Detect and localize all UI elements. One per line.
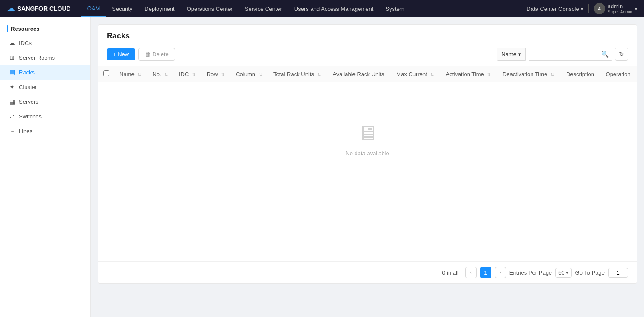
sidebar-item-racks[interactable]: ▤ Racks (0, 65, 90, 80)
content-card: Racks + New 🗑 Delete Name ▾ 🔍 (98, 24, 637, 284)
sidebar-section-title: Resources (0, 22, 90, 35)
pagination-next[interactable]: › (495, 267, 506, 278)
col-available-rack-units[interactable]: Available Rack Units (327, 66, 391, 82)
search-field-arrow-icon: ▾ (518, 51, 521, 58)
datacenter-label: Data Center Console (526, 6, 579, 12)
sidebar-item-server-rooms[interactable]: ⊞ Server Rooms (0, 50, 90, 65)
col-name[interactable]: Name ⇅ (114, 66, 147, 82)
main-content: Racks + New 🗑 Delete Name ▾ 🔍 (91, 17, 644, 317)
user-name: admin (608, 3, 632, 10)
search-button[interactable]: 🔍 (598, 51, 612, 58)
racks-icon: ▤ (9, 69, 16, 76)
delete-label: Delete (152, 51, 169, 58)
nav-menu: O&MSecurityDeploymentOperations CenterSe… (81, 0, 527, 17)
sidebar-item-label: Lines (19, 128, 32, 134)
table-body: 🖥 No data available (98, 82, 637, 196)
delete-button[interactable]: 🗑 Delete (138, 48, 175, 61)
goto-input[interactable] (608, 268, 628, 278)
entries-arrow-icon: ▾ (566, 269, 569, 276)
empty-text: No data available (346, 150, 389, 157)
sidebar-item-label: Switches (19, 113, 42, 120)
toolbar: + New 🗑 Delete Name ▾ 🔍 ↻ (98, 48, 637, 66)
nav-item-service-center[interactable]: Service Center (239, 0, 288, 17)
page-title: Racks (107, 32, 628, 41)
goto-label: Go To Page (575, 269, 605, 276)
sidebar-section-label: Resources (11, 26, 39, 32)
user-role: Super Admin (608, 10, 632, 14)
nav-item-security[interactable]: Security (106, 0, 138, 17)
cloud-icon: ☁ (7, 4, 15, 13)
sidebar-item-label: Cluster (19, 84, 37, 90)
sidebar-item-label: Racks (19, 69, 35, 76)
col-operation: Operation (601, 66, 637, 82)
datacenter-arrow-icon: ▾ (581, 6, 583, 11)
table-header-row: Name ⇅ No. ⇅ IDC ⇅ Row ⇅ Column ⇅ Total … (98, 66, 637, 82)
pagination: 0 in all ‹ 1 › Entries Per Page 50 ▾ Go … (98, 261, 637, 283)
sidebar-item-servers[interactable]: ▦ Servers (0, 94, 90, 109)
servers-icon: ▦ (9, 98, 16, 105)
lines-icon: ⌁ (9, 128, 16, 134)
nav-item-system[interactable]: System (379, 0, 410, 17)
nav-divider (588, 4, 589, 13)
nav-item-operations-center[interactable]: Operations Center (181, 0, 239, 17)
idcs-icon: ☁ (9, 39, 16, 46)
search-field-selector[interactable]: Name ▾ (497, 48, 526, 61)
col-deactivation-time[interactable]: Deactivation Time ⇅ (497, 66, 561, 82)
nav-item-deployment[interactable]: Deployment (138, 0, 180, 17)
entries-label: Entries Per Page (509, 269, 552, 276)
search-area: Name ▾ 🔍 ↻ (497, 48, 628, 61)
trash-icon: 🗑 (145, 51, 151, 58)
sidebar-item-lines[interactable]: ⌁ Lines (0, 124, 90, 138)
new-button[interactable]: + New (107, 48, 135, 60)
table-wrap: Name ⇅ No. ⇅ IDC ⇅ Row ⇅ Column ⇅ Total … (98, 66, 637, 261)
pagination-total: 0 in all (442, 269, 458, 276)
user-details: admin Super Admin (608, 3, 632, 14)
sidebar-item-switches[interactable]: ⇌ Switches (0, 109, 90, 124)
search-input[interactable] (529, 49, 598, 60)
refresh-button[interactable]: ↻ (615, 48, 628, 61)
brand-logo[interactable]: ☁ SANGFOR CLOUD (7, 4, 71, 13)
data-table: Name ⇅ No. ⇅ IDC ⇅ Row ⇅ Column ⇅ Total … (98, 66, 637, 195)
sidebar-item-cluster[interactable]: ✦ Cluster (0, 80, 90, 94)
brand-name: SANGFOR CLOUD (17, 5, 71, 12)
nav-item-users-and-access-management[interactable]: Users and Access Management (288, 0, 380, 17)
col-total-rack-units[interactable]: Total Rack Units ⇅ (268, 66, 327, 82)
server-rooms-icon: ⊞ (9, 54, 16, 61)
search-input-wrap: 🔍 (529, 48, 612, 61)
select-all-checkbox[interactable] (103, 70, 109, 76)
sidebar-item-idcs[interactable]: ☁ IDCs (0, 35, 90, 50)
sidebar: Resources ☁ IDCs ⊞ Server Rooms ▤ Racks … (0, 17, 91, 317)
select-all-header (98, 66, 114, 82)
cluster-icon: ✦ (9, 83, 16, 90)
nav-right: Data Center Console ▾ A admin Super Admi… (526, 3, 637, 14)
empty-state: 🖥 No data available (103, 86, 631, 191)
col-description: Description (561, 66, 601, 82)
datacenter-selector[interactable]: Data Center Console ▾ (526, 6, 583, 12)
entries-value: 50 (558, 269, 564, 276)
pagination-page-1[interactable]: 1 (480, 267, 491, 278)
user-menu[interactable]: A admin Super Admin ▾ (594, 3, 637, 14)
col-column[interactable]: Column ⇅ (231, 66, 268, 82)
entries-per-page-selector[interactable]: 50 ▾ (555, 268, 571, 278)
sidebar-item-label: IDCs (19, 40, 32, 46)
col-idc[interactable]: IDC ⇅ (174, 66, 202, 82)
pagination-prev[interactable]: ‹ (465, 267, 477, 278)
switches-icon: ⇌ (9, 113, 16, 120)
empty-icon: 🖥 (357, 121, 378, 145)
sidebar-item-label: Servers (19, 99, 38, 105)
sidebar-item-label: Server Rooms (19, 54, 55, 61)
col-no[interactable]: No. ⇅ (147, 66, 174, 82)
col-max-current[interactable]: Max Current ⇅ (391, 66, 440, 82)
col-activation-time[interactable]: Activation Time ⇅ (441, 66, 497, 82)
empty-state-row: 🖥 No data available (98, 82, 637, 196)
nav-item-o-m[interactable]: O&M (81, 0, 106, 17)
search-field-label: Name (501, 51, 516, 58)
avatar: A (594, 3, 605, 14)
section-accent (7, 25, 8, 32)
top-navigation: ☁ SANGFOR CLOUD O&MSecurityDeploymentOpe… (0, 0, 644, 17)
user-arrow-icon: ▾ (635, 6, 637, 11)
refresh-icon: ↻ (619, 51, 624, 58)
content-header: Racks (98, 25, 637, 48)
col-row[interactable]: Row ⇅ (202, 66, 231, 82)
